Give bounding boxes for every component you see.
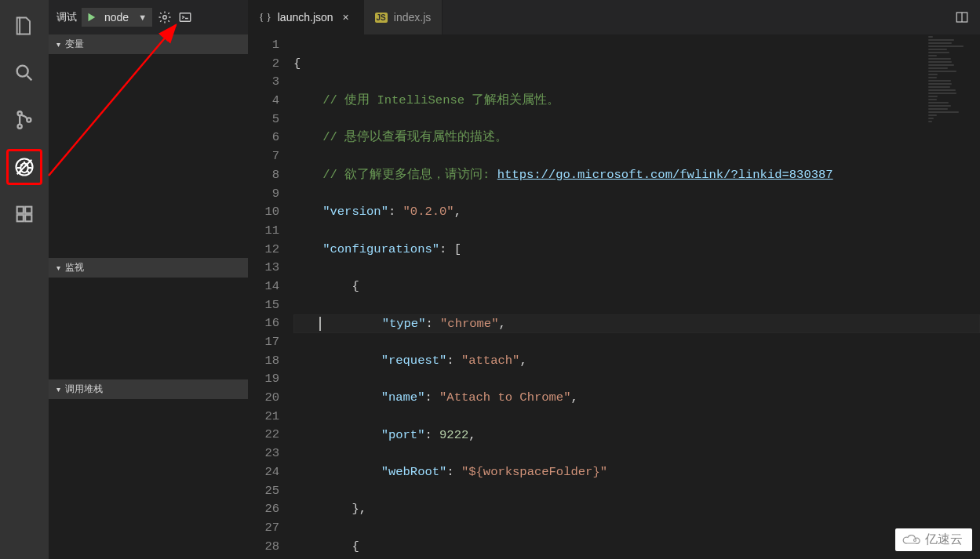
line-number: 8 (248, 166, 279, 185)
debug-icon[interactable] (6, 149, 42, 185)
debug-title: 调试 (56, 10, 77, 24)
svg-rect-9 (17, 215, 24, 221)
code-content[interactable]: { // 使用 IntelliSense 了解相关属性。 // 悬停以查看现有属… (293, 36, 980, 559)
debug-console-icon[interactable] (177, 9, 193, 25)
section-callstack[interactable]: ▾ 调用堆栈 (49, 379, 248, 399)
minimap[interactable] (928, 36, 975, 122)
svg-rect-12 (180, 13, 191, 22)
line-number: 21 (248, 408, 279, 427)
line-number: 18 (248, 352, 279, 371)
line-number: 27 (248, 519, 279, 538)
line-number: 4 (248, 92, 279, 111)
docs-link[interactable]: https://go.microsoft.com/fwlink/?linkid=… (497, 168, 833, 182)
files-icon[interactable] (6, 8, 42, 44)
line-number: 3 (248, 73, 279, 92)
svg-rect-10 (25, 215, 31, 221)
line-number: 24 (248, 463, 279, 482)
tab-index-js[interactable]: JS index.js (364, 0, 443, 34)
line-number: 26 (248, 500, 279, 519)
editor-area: { } launch.json × JS index.js 1234567891… (248, 0, 980, 559)
chevron-down-icon: ▾ (56, 40, 60, 49)
svg-point-16 (914, 539, 916, 541)
close-icon[interactable]: × (340, 11, 352, 24)
line-number-gutter: 1234567891011121314151617181920212223242… (248, 36, 293, 559)
svg-point-2 (18, 125, 22, 129)
tab-launch-json[interactable]: { } launch.json × (248, 0, 364, 34)
line-number: 25 (248, 482, 279, 501)
code-editor[interactable]: 1234567891011121314151617181920212223242… (248, 34, 980, 559)
search-icon[interactable] (6, 55, 42, 91)
extensions-icon[interactable] (6, 196, 42, 232)
line-number: 22 (248, 426, 279, 445)
line-number: 17 (248, 333, 279, 352)
line-number: 20 (248, 389, 279, 408)
section-label: 调用堆栈 (65, 383, 103, 396)
line-number: 19 (248, 370, 279, 389)
line-number: 5 (248, 111, 279, 129)
watch-panel (49, 278, 248, 379)
watermark: 亿速云 (895, 528, 972, 551)
line-number: 11 (248, 222, 279, 241)
debug-config-selector[interactable]: node ▼ (82, 8, 152, 27)
section-label: 监视 (65, 261, 84, 274)
watermark-text: 亿速云 (925, 532, 963, 548)
tabs-bar: { } launch.json × JS index.js (248, 0, 980, 34)
svg-point-0 (17, 66, 28, 77)
split-editor-icon[interactable] (944, 0, 980, 34)
line-number: 2 (248, 55, 279, 74)
source-control-icon[interactable] (6, 102, 42, 138)
section-watch[interactable]: ▾ 监视 (49, 258, 248, 278)
line-number: 28 (248, 538, 279, 557)
line-number: 15 (248, 296, 279, 315)
line-number: 7 (248, 147, 279, 166)
variables-panel (49, 54, 248, 258)
callstack-panel (49, 399, 248, 559)
gear-icon[interactable] (157, 9, 173, 25)
line-number: 16 (248, 314, 279, 333)
activity-bar (0, 0, 49, 559)
tab-label: index.js (394, 11, 431, 24)
chevron-down-icon: ▾ (56, 263, 60, 272)
js-file-icon: JS (375, 13, 388, 23)
chevron-down-icon: ▾ (56, 385, 60, 394)
line-number: 12 (248, 241, 279, 260)
svg-point-11 (163, 16, 167, 20)
start-debug-icon[interactable] (82, 9, 100, 26)
line-number: 10 (248, 203, 279, 222)
debug-config-name: node (100, 11, 133, 24)
line-number: 9 (248, 185, 279, 204)
debug-sidebar: 调试 node ▼ ▾ 变量 ▾ 监视 ▾ 调用堆栈 (49, 0, 248, 559)
section-variables[interactable]: ▾ 变量 (49, 34, 248, 54)
svg-rect-8 (25, 207, 31, 213)
line-number: 6 (248, 129, 279, 147)
chevron-down-icon[interactable]: ▼ (133, 13, 151, 22)
svg-rect-7 (17, 207, 24, 213)
line-number: 23 (248, 445, 279, 463)
json-file-icon: { } (259, 11, 271, 24)
section-label: 变量 (65, 38, 84, 51)
line-number: 13 (248, 259, 279, 278)
line-number: 14 (248, 278, 279, 296)
tab-label: launch.json (278, 11, 333, 24)
line-number: 1 (248, 36, 279, 55)
debug-header: 调试 node ▼ (49, 0, 248, 34)
